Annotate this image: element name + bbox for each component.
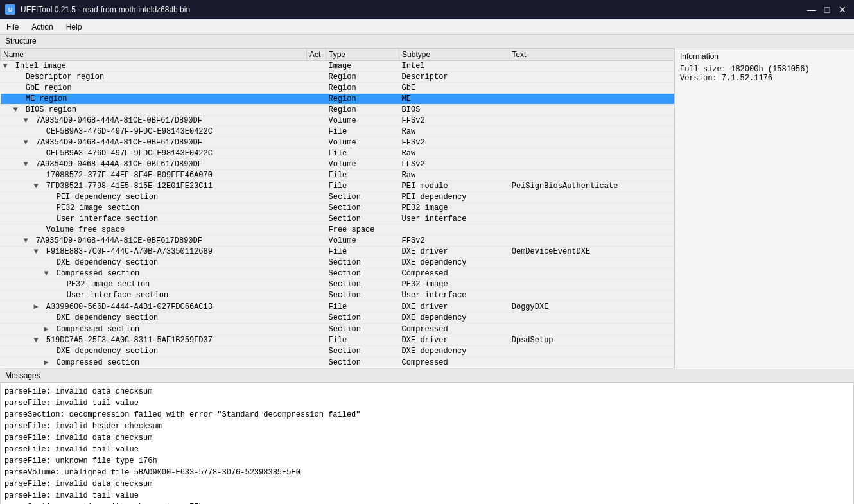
table-row[interactable]: CEF5B9A3-476D-497F-9FDC-E98143E0422CFile… (1, 148, 674, 159)
table-row[interactable]: User interface sectionSectionUser interf… (1, 214, 674, 225)
expand-icon[interactable]: ▼ (24, 160, 31, 169)
cell-type: Image (326, 61, 399, 72)
window-title: UEFITool 0.21.5 - read-from-moth-inteldz… (21, 5, 190, 14)
tree-table-wrapper[interactable]: Name Act Type Subtype Text ▼ Intel image… (0, 48, 674, 369)
expand-icon[interactable]: ▶ (34, 302, 42, 311)
cell-act (307, 225, 326, 236)
table-row[interactable]: ▼ F918E883-7C0F-444C-A70B-A73350112689Fi… (1, 247, 674, 257)
cell-type: Region (326, 83, 399, 94)
table-row[interactable]: ▼ 7A9354D9-0468-444A-81CE-0BF617D890DFVo… (1, 116, 674, 126)
cell-type: File (326, 170, 399, 181)
col-type: Type (326, 49, 399, 61)
info-panel: Information Full size: 182000h (1581056)… (674, 48, 854, 369)
table-row[interactable]: ▶ Compressed sectionSectionCompressed (1, 357, 674, 369)
messages-content[interactable]: parseFile: invalid data checksumparseFil… (0, 383, 854, 504)
table-row[interactable]: ▼ 7FD38521-7798-41E5-815E-12E01FE23C11Fi… (1, 181, 674, 192)
table-row[interactable]: PEI dependency sectionSectionPEI depende… (1, 192, 674, 203)
message-line: parseFile: invalid tail value (4, 397, 850, 409)
expand-icon[interactable]: ▼ (13, 105, 21, 114)
maximize-button[interactable]: □ (821, 3, 833, 16)
table-row[interactable]: Descriptor regionRegionDescriptor (1, 72, 674, 83)
cell-type: Section (326, 313, 399, 324)
col-act: Act (307, 49, 326, 61)
expand-icon[interactable]: ▼ (34, 336, 42, 345)
table-row[interactable]: DXE dependency sectionSectionDXE depende… (1, 346, 674, 357)
table-row[interactable]: GbE regionRegionGbE (1, 83, 674, 94)
cell-text (509, 357, 674, 369)
cell-act (307, 192, 326, 203)
minimize-button[interactable]: — (805, 3, 818, 16)
menu-file[interactable]: File (0, 21, 25, 33)
table-row[interactable]: ▼ 7A9354D9-0468-444A-81CE-0BF617D890DFVo… (1, 137, 674, 148)
table-row[interactable]: ▼ Compressed sectionSectionCompressed (1, 268, 674, 279)
col-text: Text (509, 49, 674, 61)
table-row[interactable]: PE32 image sectionSectionPE32 image (1, 279, 674, 290)
cell-type: Section (326, 324, 399, 335)
cell-text: DoggyDXE (509, 301, 674, 313)
cell-act (307, 324, 326, 335)
table-row[interactable]: 17088572-377F-44EF-8F4E-B09FFF46A070File… (1, 170, 674, 181)
cell-name: DXE dependency section (1, 257, 307, 268)
cell-type: File (326, 126, 399, 137)
cell-text: DpsdSetup (509, 335, 674, 346)
cell-act (307, 61, 326, 72)
expand-icon[interactable]: ▶ (44, 324, 52, 334)
cell-name: CEF5B9A3-476D-497F-9FDC-E98143E0422C (1, 148, 307, 159)
cell-act (307, 137, 326, 148)
table-row[interactable]: PE32 image sectionSectionPE32 image (1, 203, 674, 214)
message-line: parseFile: invalid data checksum (4, 478, 850, 490)
cell-text (509, 116, 674, 126)
cell-text (509, 72, 674, 83)
table-row[interactable]: ME regionRegionME (1, 94, 674, 105)
table-row[interactable]: DXE dependency sectionSectionDXE depende… (1, 313, 674, 324)
cell-subtype: DXE dependency (399, 257, 509, 268)
expand-icon[interactable]: ▼ (24, 116, 31, 125)
menu-help[interactable]: Help (60, 21, 89, 33)
cell-name: ▼ 7A9354D9-0468-444A-81CE-0BF617D890DF (1, 116, 307, 126)
table-row[interactable]: ▶ A3399600-566D-4444-A4B1-027FDC66AC13Fi… (1, 301, 674, 313)
expand-icon[interactable]: ▼ (24, 236, 31, 245)
cell-subtype: User interface (399, 214, 509, 225)
message-line: parseFile: invalid header checksum (4, 421, 850, 432)
cell-subtype: PE32 image (399, 203, 509, 214)
cell-type: Section (326, 279, 399, 290)
cell-act (307, 279, 326, 290)
menu-action[interactable]: Action (25, 21, 59, 33)
cell-type: Section (326, 346, 399, 357)
table-row[interactable]: ▼ Intel imageImageIntel (1, 61, 674, 72)
cell-name: PE32 image section (1, 279, 307, 290)
cell-act (307, 159, 326, 170)
expand-icon[interactable]: ▼ (24, 138, 31, 147)
expand-icon[interactable]: ▼ (44, 269, 52, 278)
cell-act (307, 214, 326, 225)
cell-text (509, 236, 674, 247)
table-row[interactable]: ▼ 7A9354D9-0468-444A-81CE-0BF617D890DFVo… (1, 159, 674, 170)
cell-act (307, 116, 326, 126)
window-controls[interactable]: — □ ✕ (805, 3, 849, 16)
table-row[interactable]: ▼ 519DC7A5-25F3-4A0C-8311-5AF1B259FD37Fi… (1, 335, 674, 346)
table-row[interactable]: ▼ BIOS regionRegionBIOS (1, 105, 674, 116)
message-line: parseSection: decompression failed with … (4, 409, 850, 421)
cell-subtype: Compressed (399, 357, 509, 369)
table-row[interactable]: CEF5B9A3-476D-497F-9FDC-E98143E0422CFile… (1, 126, 674, 137)
table-row[interactable]: ▼ 7A9354D9-0468-444A-81CE-0BF617D890DFVo… (1, 236, 674, 247)
cell-subtype: Compressed (399, 324, 509, 335)
cell-text (509, 225, 674, 236)
cell-act (307, 83, 326, 94)
cell-subtype: DXE dependency (399, 346, 509, 357)
expand-icon[interactable]: ▼ (34, 247, 42, 256)
expand-icon[interactable]: ▼ (3, 62, 11, 71)
expand-icon[interactable]: ▶ (44, 358, 52, 367)
messages-panel-header: Messages (0, 369, 854, 383)
main-container: Structure Name Act Type Subtype Text (0, 35, 854, 504)
table-row[interactable]: User interface sectionSectionUser interf… (1, 290, 674, 301)
table-row[interactable]: DXE dependency sectionSectionDXE depende… (1, 257, 674, 268)
cell-subtype: User interface (399, 290, 509, 301)
table-row[interactable]: Volume free spaceFree space (1, 225, 674, 236)
close-button[interactable]: ✕ (836, 3, 849, 16)
table-row[interactable]: ▶ Compressed sectionSectionCompressed (1, 324, 674, 335)
cell-type: Section (326, 257, 399, 268)
expand-icon[interactable]: ▼ (34, 182, 42, 191)
message-line: parseSection: section with unknown type … (4, 501, 850, 504)
cell-subtype: DXE driver (399, 335, 509, 346)
